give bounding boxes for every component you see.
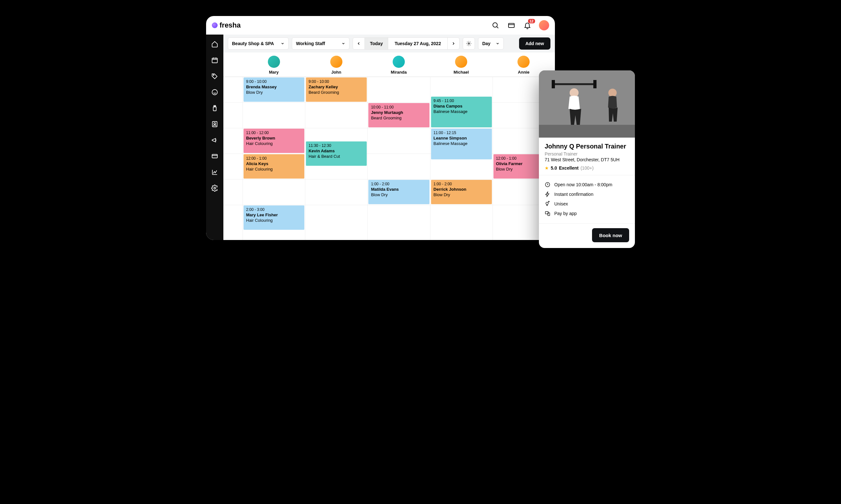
info-confirm: Instant confirmation [545, 190, 629, 199]
svg-point-7 [214, 123, 216, 125]
staff-avatar [517, 56, 530, 68]
prev-day-button[interactable] [353, 38, 364, 49]
appointment[interactable]: 9:00 - 10:00 Brenda Massey Blow Dry [244, 77, 304, 102]
info-gender: Unisex [545, 199, 629, 209]
appointment-time: 11:00 - 12:15 [434, 130, 489, 135]
listing-image [539, 70, 635, 138]
search-icon[interactable] [491, 21, 500, 30]
svg-rect-8 [212, 155, 218, 158]
book-now-button[interactable]: Book now [592, 228, 629, 242]
appointment-service: Blow Dry [371, 192, 427, 197]
staff-avatar [455, 56, 467, 68]
calendar-settings-button[interactable] [463, 37, 475, 50]
appointment-time: 9:00 - 10:00 [308, 79, 364, 84]
appointment-client: Alicia Keys [246, 161, 302, 166]
appointment-client: Leanne Simpson [434, 136, 489, 141]
staff-header: Mary John Miranda Michael Annie [223, 53, 555, 76]
location-select[interactable]: Beauty Shop & SPA [228, 37, 289, 50]
star-icon: ★ [545, 165, 549, 170]
contact-icon[interactable] [211, 120, 218, 128]
appointment-client: Mary Lee Fisher [246, 213, 302, 217]
appointment[interactable]: 10:00 - 11:00 Jenny Murtaugh Beard Groom… [368, 103, 429, 127]
svg-point-4 [213, 75, 214, 75]
date-nav: Today Tuesday 27 Aug, 2022 [353, 37, 460, 50]
svg-rect-13 [552, 83, 596, 85]
staff-name: John [331, 70, 341, 75]
appointment[interactable]: 12:00 - 1:00 Alicia Keys Hair Colouring [244, 154, 304, 179]
chevron-down-icon [281, 41, 285, 46]
view-select[interactable]: Day [478, 37, 504, 50]
staff-avatar [268, 56, 280, 68]
brand-text: fresha [219, 21, 241, 30]
appointment[interactable]: 2:00 - 3:00 Mary Lee Fisher Hair Colouri… [244, 205, 304, 230]
chevron-down-icon [496, 41, 500, 46]
appointment[interactable]: 9:45 - 11:00 Diana Campos Balinese Massa… [431, 97, 492, 127]
appointment-time: 1:00 - 2:00 [371, 182, 427, 186]
smile-icon[interactable] [211, 88, 218, 96]
appointment-time: 12:00 - 1:00 [246, 156, 302, 161]
wallet-icon[interactable] [507, 21, 516, 30]
appointment-time: 2:00 - 3:00 [246, 208, 302, 212]
calendar-icon[interactable] [211, 56, 218, 64]
staff-header-item[interactable]: Miranda [368, 56, 430, 75]
chart-icon[interactable] [211, 168, 218, 176]
staff-column[interactable]: 9:45 - 11:00 Diana Campos Balinese Massa… [430, 77, 493, 240]
calendar-toolbar: Beauty Shop & SPA Working Staff Today Tu… [223, 35, 555, 53]
next-day-button[interactable] [448, 38, 459, 49]
notifications-icon[interactable]: 12 [523, 21, 532, 30]
appointment-time: 9:45 - 11:00 [434, 98, 489, 103]
staff-column[interactable]: 10:00 - 11:00 Jenny Murtaugh Beard Groom… [368, 77, 430, 240]
svg-rect-14 [552, 80, 555, 88]
product-icon[interactable] [211, 104, 218, 112]
appointment[interactable]: 11:00 - 12:00 Beverly Brown Hair Colouri… [244, 129, 304, 153]
home-icon[interactable] [211, 40, 218, 48]
appointment[interactable]: 1:00 - 2:00 Matilda Evans Blow Dry [368, 180, 429, 204]
appointment[interactable]: 11:00 - 12:15 Leanne Simpson Balinese Ma… [431, 129, 492, 159]
today-button[interactable]: Today [365, 38, 388, 49]
staff-header-item[interactable]: Mary [243, 56, 305, 75]
calendar: Mary John Miranda Michael Annie 9:00am10… [223, 53, 555, 240]
svg-rect-15 [593, 80, 596, 88]
appointment-service: Blow Dry [434, 192, 489, 197]
appointment-client: Brenda Massey [246, 85, 302, 89]
current-date: Tuesday 27 Aug, 2022 [388, 41, 447, 46]
appointment-client: Kevin Adams [308, 148, 364, 153]
staff-name: Mary [269, 70, 279, 75]
megaphone-icon[interactable] [211, 136, 218, 144]
sidebar [206, 35, 223, 240]
appointment[interactable]: 11:30 - 12:30 Kevin Adams Hair & Beard C… [306, 141, 367, 166]
appointment[interactable]: 1:00 - 2:00 Derrick Johnson Blow Dry [431, 180, 492, 204]
staff-header-item[interactable]: John [305, 56, 368, 75]
view-label: Day [482, 41, 490, 46]
bolt-icon [545, 191, 551, 197]
staff-filter-label: Working Staff [296, 41, 325, 46]
svg-line-1 [497, 27, 499, 29]
topbar: fresha 12 [206, 16, 555, 35]
add-new-button[interactable]: Add new [519, 37, 551, 50]
location-label: Beauty Shop & SPA [232, 41, 274, 46]
appointment-client: Matilda Evans [371, 187, 427, 192]
info-hours: Open now 10:00am - 8:00pm [545, 180, 629, 190]
staff-header-item[interactable]: Michael [430, 56, 493, 75]
info-pay: Pay by app [545, 209, 629, 218]
tag-icon[interactable] [211, 72, 218, 80]
brand-dot-icon [212, 22, 218, 28]
staff-column[interactable]: 9:00 - 10:00 Brenda Massey Blow Dry11:00… [243, 77, 305, 240]
staff-filter-select[interactable]: Working Staff [292, 37, 350, 50]
staff-name: Miranda [391, 70, 407, 75]
svg-point-10 [468, 43, 470, 44]
appointment[interactable]: 9:00 - 10:00 Zachary Kelley Beard Groomi… [306, 77, 367, 102]
settings-icon[interactable] [211, 184, 218, 192]
listing-rating: ★ 5.0 Excellent (100+) [545, 165, 629, 170]
notification-badge: 12 [528, 19, 535, 23]
user-avatar[interactable] [539, 20, 549, 31]
appointment-time: 11:00 - 12:00 [246, 130, 302, 135]
svg-point-17 [608, 89, 617, 97]
appointment-service: Beard Grooming [308, 90, 364, 95]
staff-column[interactable]: 9:00 - 10:00 Zachary Kelley Beard Groomi… [305, 77, 368, 240]
appointment-service: Balinese Massage [434, 141, 489, 146]
creditcard-icon[interactable] [211, 152, 218, 160]
staff-name: Annie [518, 70, 529, 75]
svg-rect-2 [508, 23, 514, 28]
svg-rect-3 [212, 58, 218, 63]
